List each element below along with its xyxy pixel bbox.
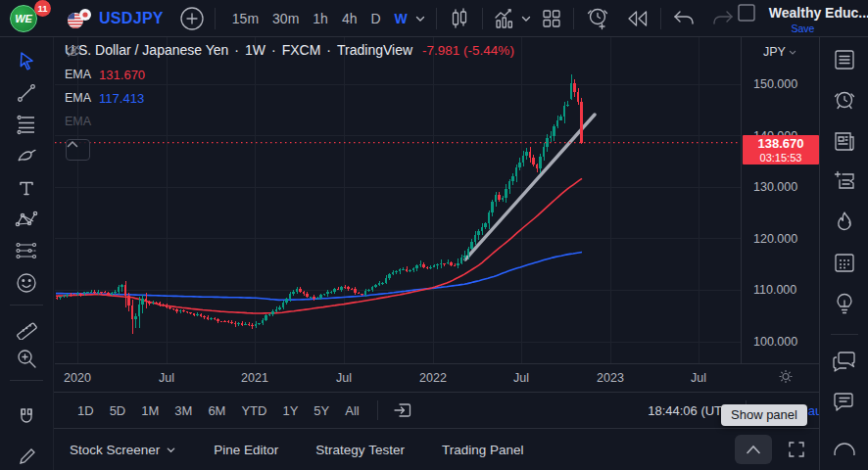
indicator-row-ema-slow[interactable]: EMA 117.413 [65, 92, 514, 105]
symbol-flags-icon [67, 8, 92, 29]
chart-pane[interactable]: U.S. Dollar / Japanese Yen · 1W · FXCM ·… [55, 37, 741, 363]
divider [436, 8, 437, 29]
edit-tool-button[interactable] [9, 439, 44, 470]
tab-stock-screener[interactable]: Stock Screener [70, 443, 176, 457]
interval-15m[interactable]: 15m [225, 5, 265, 32]
price-tick-110.000: 110.000 [753, 283, 796, 297]
help-button[interactable] [830, 430, 859, 455]
brush-tool-button[interactable] [9, 140, 44, 171]
time-axis[interactable]: 2020Jul2021Jul2022Jul2023Jul [55, 363, 819, 392]
forecast-tool-button[interactable] [9, 235, 44, 266]
price-tick-120.000: 120.000 [753, 232, 797, 246]
fib-retracement-tool-button[interactable] [9, 109, 44, 140]
range-YTD[interactable]: YTD [233, 398, 274, 423]
calendar-button[interactable] [830, 250, 859, 275]
forecast-icon [14, 239, 39, 262]
alerts-button[interactable] [830, 87, 859, 113]
chevron-up-icon [746, 445, 761, 454]
time-tick-Jul: Jul [691, 371, 706, 385]
range-5D[interactable]: 5D [102, 398, 134, 423]
divider [573, 8, 574, 29]
indicators-dropdown-button[interactable] [520, 4, 532, 33]
trend-line-tool-button[interactable] [9, 76, 44, 108]
indicators-button[interactable] [493, 4, 520, 33]
magnet-tool-button[interactable] [9, 400, 44, 432]
news-button[interactable] [830, 128, 859, 154]
measure-tool-button[interactable] [9, 311, 44, 343]
broker-logo-icon: WE [10, 5, 37, 32]
xabcd-pattern-tool-button[interactable] [9, 204, 44, 235]
range-1D[interactable]: 1D [70, 398, 102, 423]
interval-D[interactable]: D [363, 5, 387, 32]
flame-icon [833, 210, 856, 235]
watchlist-button[interactable] [830, 47, 859, 72]
tab-pine-editor[interactable]: Pine Editor [214, 443, 278, 457]
divider [660, 8, 661, 29]
symbol-description: U.S. Dollar / Japanese Yen [65, 43, 228, 57]
public-chat-button[interactable] [830, 349, 859, 374]
lightbulb-icon [833, 291, 856, 316]
layout-grid-button[interactable] [540, 4, 563, 33]
interval-4h[interactable]: 4h [335, 5, 364, 32]
undo-button[interactable] [671, 4, 697, 33]
tab-trading-panel[interactable]: Trading Panel [442, 443, 524, 457]
conversation-button[interactable] [830, 389, 859, 414]
range-3M[interactable]: 3M [167, 398, 200, 423]
indicator-row-ema-fast[interactable]: EMA 131.670 [65, 69, 514, 81]
range-All[interactable]: All [337, 398, 366, 423]
select-layout-checkbox-icon[interactable] [736, 2, 757, 24]
account-menu[interactable]: Wealthy Educ... Save [736, 2, 868, 34]
interval-dropdown-button[interactable] [414, 4, 426, 33]
currency-selector[interactable]: JPY [763, 45, 797, 59]
interval-W[interactable]: W [388, 5, 414, 32]
bar-replay-button[interactable] [625, 4, 651, 33]
ema-slow-value: 117.413 [99, 92, 144, 105]
price-axis[interactable]: JPY 150.000140.000130.000120.000110.0001… [741, 37, 819, 363]
fullscreen-icon [788, 441, 805, 458]
range-5Y[interactable]: 5Y [306, 398, 337, 423]
interval-1h[interactable]: 1h [306, 5, 335, 32]
zoom-in-tool-button[interactable] [9, 343, 44, 374]
interval-30m[interactable]: 30m [265, 5, 306, 32]
help-icon [832, 430, 857, 455]
chat-bubbles-icon [831, 349, 858, 374]
text-tool-button[interactable] [9, 171, 44, 203]
ideas-button[interactable] [830, 290, 859, 315]
eye-off-icon[interactable] [65, 43, 82, 59]
top-toolbar: WE 11 [0, 0, 868, 37]
range-6M[interactable]: 6M [200, 398, 233, 423]
alert-clock-icon [832, 88, 857, 114]
range-1Y[interactable]: 1Y [274, 398, 306, 423]
axis-settings-gear-icon[interactable] [778, 369, 794, 388]
legend-collapse-button[interactable] [66, 139, 90, 161]
brush-icon [15, 144, 38, 167]
currency-label: JPY [763, 45, 786, 59]
emoji-tool-button[interactable] [9, 266, 44, 298]
chart-title[interactable]: U.S. Dollar / Japanese Yen · 1W · FXCM ·… [65, 43, 514, 58]
cursor-icon [16, 50, 37, 71]
redo-button[interactable] [710, 4, 736, 33]
compare-add-button[interactable] [179, 4, 205, 33]
indicator-row-ema-hidden[interactable]: EMA [65, 116, 514, 128]
cursor-tool-button[interactable] [9, 45, 44, 76]
data-window-button[interactable] [830, 168, 859, 194]
save-button[interactable]: Save [791, 24, 814, 34]
go-to-date-button[interactable] [388, 396, 417, 425]
divider [10, 380, 43, 381]
range-1M[interactable]: 1M [133, 398, 167, 423]
fullscreen-button[interactable] [782, 435, 811, 464]
divider [10, 305, 43, 306]
show-panel-tooltip: Show panel [721, 404, 807, 426]
divider [482, 8, 483, 29]
time-tick-2021: 2021 [241, 371, 268, 385]
create-alert-button[interactable] [584, 4, 611, 33]
chart-style-button[interactable] [447, 4, 472, 33]
divider [377, 400, 378, 420]
show-panel-button[interactable] [735, 435, 772, 464]
hotlists-button[interactable] [830, 210, 859, 235]
broker-logo[interactable]: WE 11 [10, 4, 43, 33]
account-name: Wealthy Educ... [769, 6, 868, 21]
symbol-button[interactable]: USDJPY [67, 8, 164, 29]
tab-strategy-tester[interactable]: Strategy Tester [315, 443, 405, 457]
time-tick-2020: 2020 [64, 371, 91, 385]
